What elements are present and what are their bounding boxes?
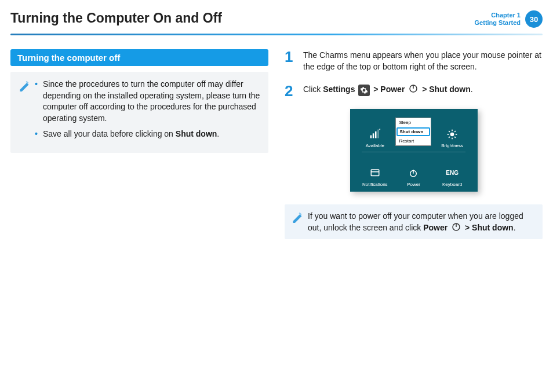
- svg-rect-16: [371, 170, 379, 176]
- tip-text: If you want to power off your computer w…: [308, 210, 536, 234]
- step2-settings: Settings: [323, 85, 355, 94]
- step2-gt1: >: [373, 85, 380, 94]
- settings-icon: [358, 85, 370, 96]
- svg-line-12: [449, 131, 450, 132]
- charms-label: Notifications: [362, 182, 388, 187]
- tip-power: Power: [423, 223, 448, 232]
- page-header: Turning the Computer On and Off Chapter …: [10, 10, 543, 28]
- svg-text:*: *: [379, 129, 380, 132]
- chapter-label: Chapter 1 Getting Started: [475, 12, 521, 27]
- step2-power: Power: [380, 85, 405, 94]
- note-box: Since the procedures to turn the compute…: [10, 72, 268, 153]
- charms-keyboard: ENG Keyboard: [433, 156, 472, 187]
- brightness-icon: [446, 128, 459, 141]
- chapter-line2: Getting Started: [475, 19, 521, 27]
- notifications-icon: [369, 167, 381, 179]
- chapter-line1: Chapter 1: [475, 12, 521, 19]
- tip-post: .: [514, 223, 516, 232]
- step2-pre: Click: [303, 85, 323, 94]
- note-text: Since the procedures to turn the compute…: [43, 79, 260, 123]
- step-2: 2 Click Settings > Power > Shut down.: [285, 83, 543, 98]
- step-number: 2: [285, 83, 296, 98]
- charms-screenshot-wrap: * Available Sleep Shut down Restart: [285, 109, 543, 192]
- step-number: 1: [285, 49, 296, 73]
- charms-grid: * Available Sleep Shut down Restart: [356, 117, 472, 187]
- signal-icon: *: [369, 128, 381, 141]
- power-menu: Sleep Shut down Restart: [395, 118, 431, 146]
- charms-power: Power: [394, 156, 433, 187]
- page-title: Turning the Computer On and Off: [10, 10, 222, 26]
- content-columns: Turning the computer off Since the proce…: [10, 49, 543, 239]
- charms-label: Available: [366, 143, 384, 148]
- charms-panel: * Available Sleep Shut down Restart: [350, 109, 478, 192]
- svg-line-15: [454, 131, 456, 132]
- header-divider: [10, 34, 543, 35]
- step-body: The Charms menu appears when you place y…: [303, 49, 543, 73]
- document-page: Turning the Computer On and Off Chapter …: [0, 0, 553, 392]
- section-heading: Turning the computer off: [10, 49, 268, 66]
- svg-line-13: [454, 137, 456, 138]
- charms-label: Keyboard: [442, 182, 462, 187]
- step2-post: .: [471, 85, 473, 94]
- svg-line-14: [449, 137, 450, 138]
- power-icon: [407, 167, 420, 179]
- step2-gt2: >: [422, 85, 429, 94]
- step-1: 1 The Charms menu appears when you place…: [285, 49, 543, 73]
- eng-label: ENG: [446, 170, 459, 176]
- note-item: Save all your data before clicking on Sh…: [35, 129, 260, 140]
- tip-shutdown: Shut down: [472, 223, 514, 232]
- column-left: Turning the computer off Since the proce…: [10, 49, 268, 239]
- note-icon: [19, 80, 30, 95]
- power-menu-sleep[interactable]: Sleep: [396, 118, 431, 127]
- power-icon: [451, 222, 461, 232]
- keyboard-icon: ENG: [446, 167, 459, 179]
- note-bold-shutdown: Shut down: [176, 129, 217, 138]
- tip-box: If you want to power off your computer w…: [285, 204, 543, 240]
- charms-available: * Available: [356, 117, 395, 148]
- charms-divider: [362, 152, 466, 152]
- svg-rect-2: [370, 135, 372, 138]
- note-list: Since the procedures to turn the compute…: [35, 79, 260, 145]
- power-menu-restart[interactable]: Restart: [396, 137, 431, 145]
- svg-rect-4: [375, 131, 377, 138]
- page-number-badge: 30: [525, 10, 543, 28]
- charms-label: Brightness: [441, 143, 463, 148]
- charms-power-menu-cell: Sleep Shut down Restart: [394, 117, 433, 148]
- chapter-block: Chapter 1 Getting Started 30: [475, 10, 543, 28]
- charms-notifications: Notifications: [356, 156, 395, 187]
- power-menu-shutdown[interactable]: Shut down: [396, 127, 430, 136]
- svg-rect-3: [373, 133, 374, 138]
- note-text-pre: Save all your data before clicking on: [43, 129, 176, 138]
- step-body: Click Settings > Power > Shut down.: [303, 83, 473, 98]
- step2-shutdown: Shut down: [429, 85, 471, 94]
- column-right: 1 The Charms menu appears when you place…: [285, 49, 543, 239]
- note-row: Since the procedures to turn the compute…: [19, 79, 260, 145]
- charms-label: Power: [407, 182, 420, 187]
- note-item: Since the procedures to turn the compute…: [35, 79, 260, 124]
- tip-gt: >: [465, 223, 472, 232]
- note-text-post: .: [217, 129, 219, 138]
- power-icon: [408, 83, 419, 94]
- svg-point-7: [450, 132, 454, 136]
- charms-brightness: Brightness: [433, 117, 472, 148]
- note-icon: [292, 211, 303, 234]
